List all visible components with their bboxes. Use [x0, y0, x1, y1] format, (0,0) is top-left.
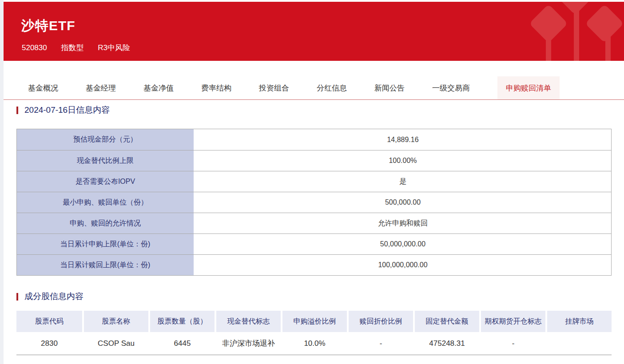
section-title-daily-info: 2024-07-16日信息内容	[16, 104, 110, 116]
holdings-column-header: 股票数量（股）	[150, 311, 215, 332]
holdings-column-header: 固定替代金额	[415, 311, 479, 332]
info-row: 现金替代比例上限100.00%	[17, 150, 611, 171]
holdings-table-row: 2830CSOP Sau6445非沪深市场退补10.0%-475248.31-	[16, 332, 612, 355]
tab-2[interactable]: 基金经理	[86, 76, 116, 99]
info-row-value: 允许申购和赎回	[195, 213, 611, 233]
holdings-column-header: 股票名称	[84, 311, 148, 332]
info-row-value: 50,000,000.00	[195, 234, 611, 254]
holdings-column-header: 现金替代标志	[216, 311, 281, 332]
holdings-cell: CSOP Sau	[84, 332, 148, 355]
fund-subtitle: 520830 指数型 R3中风险	[4, 35, 624, 53]
daily-info-table: 预估现金部分（元）14,889.16现金替代比例上限100.00%是否需要公布I…	[16, 129, 612, 276]
holdings-column-header: 挂牌市场	[547, 311, 612, 332]
info-row-value: 100,000,000.00	[195, 255, 611, 275]
tab-8[interactable]: 一级交易商	[432, 76, 470, 99]
info-row: 当日累计赎回上限(单位：份)100,000,000.00	[17, 254, 611, 275]
section-title-text: 2024-07-16日信息内容	[24, 104, 110, 116]
tab-7[interactable]: 新闻公告	[374, 76, 405, 99]
info-row-label: 申购、赎回的允许情况	[17, 213, 195, 233]
holdings-column-header: 股票代码	[16, 311, 82, 332]
tab-1[interactable]: 基金概况	[28, 76, 58, 99]
holdings-column-header: 申购溢价比例	[282, 311, 347, 332]
section-bar-icon	[16, 107, 18, 114]
info-row-label: 预估现金部分（元）	[17, 129, 195, 150]
tab-9[interactable]: 申购赎回清单	[497, 76, 560, 99]
fund-type: 指数型	[61, 44, 83, 52]
info-row-label: 当日累计赎回上限(单位：份)	[17, 255, 195, 275]
section-bar-icon	[16, 293, 18, 301]
fund-code: 520830	[22, 44, 47, 52]
info-row: 预估现金部分（元）14,889.16	[17, 129, 611, 150]
info-row: 最小申购、赎回单位（份）500,000.00	[17, 192, 611, 213]
holdings-cell	[547, 332, 612, 355]
tab-3[interactable]: 基金净值	[143, 76, 174, 99]
info-row-label: 现金替代比例上限	[17, 150, 195, 171]
holdings-table: 股票代码股票名称股票数量（股）现金替代标志申购溢价比例赎回折价比例固定替代金额期…	[16, 311, 612, 355]
holdings-cell: -	[481, 332, 545, 355]
info-row-value: 是	[195, 171, 611, 192]
tab-4[interactable]: 费率结构	[201, 76, 231, 99]
holdings-column-header: 赎回折价比例	[349, 311, 413, 332]
info-row-label: 当日累计申购上限(单位：份)	[17, 234, 195, 254]
fund-risk-level: R3中风险	[98, 44, 130, 52]
holdings-cell: 非沪深市场退补	[216, 332, 281, 355]
page-left-margin	[0, 0, 4, 364]
info-row: 是否需要公布IOPV是	[17, 171, 611, 192]
holdings-cell: 10.0%	[282, 332, 347, 355]
holdings-column-header: 期权期货开仓标志	[481, 311, 545, 332]
info-row: 申购、赎回的允许情况允许申购和赎回	[17, 213, 611, 233]
fund-header: 沙特ETF 520830 指数型 R3中风险	[4, 2, 624, 61]
holdings-table-header: 股票代码股票名称股票数量（股）现金替代标志申购溢价比例赎回折价比例固定替代金额期…	[16, 311, 612, 332]
section-title-text: 成分股信息内容	[24, 291, 83, 302]
info-row-label: 最小申购、赎回单位（份）	[17, 192, 195, 213]
tab-6[interactable]: 分红信息	[317, 76, 347, 99]
info-row-value: 500,000.00	[195, 192, 611, 213]
holdings-cell: 475248.31	[415, 332, 479, 355]
info-row-value: 100.00%	[195, 150, 611, 171]
holdings-cell: -	[349, 332, 413, 355]
holdings-cell: 6445	[150, 332, 215, 355]
section-title-holdings: 成分股信息内容	[16, 290, 83, 303]
fund-title: 沙特ETF	[4, 2, 624, 35]
tab-5[interactable]: 投资组合	[259, 76, 289, 99]
info-row-value: 14,889.16	[195, 129, 611, 150]
fund-nav-tabs: 基金概况基金经理基金净值费率结构投资组合分红信息新闻公告一级交易商申购赎回清单	[4, 61, 624, 100]
info-row-label: 是否需要公布IOPV	[17, 171, 195, 192]
info-row: 当日累计申购上限(单位：份)50,000,000.00	[17, 233, 611, 254]
holdings-cell: 2830	[16, 332, 82, 355]
